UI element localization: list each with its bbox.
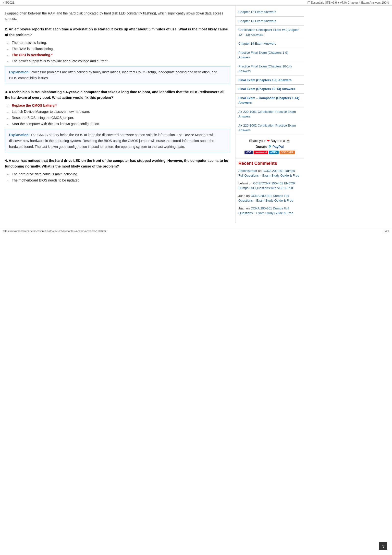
comment-3-connector: on — [246, 194, 251, 198]
sidebar-link-ch13[interactable]: Chapter 13 Exam Answers — [238, 19, 301, 24]
sidebar: Chapter 12 Exam Answers Chapter 13 Exam … — [235, 6, 304, 223]
sidebar-item-aplus-1002[interactable]: A+ 220-1002 Certification Practice Exam … — [235, 121, 304, 135]
sidebar-link-ch14[interactable]: Chapter 14 Exam Answers — [238, 41, 301, 46]
amex-icon: AMEX — [269, 151, 279, 154]
sidebar-item-ch14[interactable]: Chapter 14 Exam Answers — [235, 39, 304, 48]
sidebar-item-fe10-14[interactable]: Final Exam (Chapters 10-14) Answers — [235, 85, 304, 94]
comment-2: belami on CCIE/CCNP 350-401 ENCOR Dumps … — [238, 181, 301, 191]
bullet-icon: ▪ — [7, 172, 10, 177]
paypal-label: PayPal — [272, 145, 284, 149]
sidebar-link-pfe10-14[interactable]: Practice Final Exam (Chapters 10-14) Ans… — [238, 64, 301, 74]
coffee-icon: ☕ — [286, 139, 290, 143]
bullet-icon: ▪ — [7, 41, 10, 45]
sidebar-link-cert5[interactable]: Certification Checkpoint Exam #5 (Chapte… — [238, 27, 301, 37]
comment-3-author: Juan — [238, 194, 245, 198]
bullet-icon: ▪ — [7, 47, 10, 52]
donate-row: Donate P PayPal — [238, 145, 301, 149]
bullet-icon: ▪ — [7, 53, 10, 58]
footer-url: https://itexamanswers.net/it-essentials-… — [3, 230, 106, 232]
question-2-text: 2. An employee reports that each time a … — [5, 26, 230, 38]
buy-label: Buy me a — [271, 139, 285, 143]
mastercard-icon: mastercard — [254, 151, 268, 154]
sidebar-item-ch12[interactable]: Chapter 12 Exam Answers — [235, 8, 304, 17]
answer-3-4: ▪ Start the computer with the last known… — [7, 121, 230, 127]
sidebar-item-fe-composite[interactable]: Final Exam – Composite (Chapters 1-14) A… — [235, 94, 304, 107]
sidebar-link-ch12[interactable]: Chapter 12 Exam Answers — [238, 10, 301, 14]
heart-icon: ❤ — [267, 139, 270, 143]
comment-2-author: belami — [238, 181, 248, 185]
share-label: Share your — [249, 139, 266, 143]
comment-1-author[interactable]: Administrator — [238, 169, 257, 173]
answer-3-3: ▪ Reset the BIOS using the CMOS jumper. — [7, 115, 230, 120]
question-4-block: 4. A user has noticed that the hard driv… — [5, 158, 230, 183]
sidebar-item-cert5[interactable]: Certification Checkpoint Exam #5 (Chapte… — [235, 26, 304, 39]
comment-4: Juan on CCNA 200-301 Dumps Full Question… — [238, 206, 301, 216]
footer-bar: https://itexamanswers.net/it-essentials-… — [0, 228, 392, 234]
explanation-2-box: Explanation: Processor problems are ofte… — [5, 66, 230, 84]
answer-3-1-correct: ▪ Replace the CMOS battery.* — [7, 103, 230, 108]
question-3-text: 3. A technician is troubleshooting a 4-y… — [5, 89, 230, 101]
sidebar-item-pfe1-9[interactable]: Practice Final Exam (Chapters 1-9) Answe… — [235, 48, 304, 62]
bullet-icon: ▪ — [7, 110, 10, 114]
donate-label: Donate — [256, 145, 267, 149]
question-2-answers: ▪ The hard disk is failing. ▪ The RAM is… — [5, 40, 230, 64]
answer-2-2: ▪ The RAM is malfunctioning. — [7, 46, 230, 52]
comment-4-connector: on — [246, 207, 251, 210]
sidebar-link-pfe1-9[interactable]: Practice Final Exam (Chapters 1-9) Answe… — [238, 50, 301, 60]
recent-comments-section: Recent Comments Administrator on CCNA 20… — [235, 158, 304, 221]
comment-3: Juan on CCNA 200-301 Dumps Full Question… — [238, 194, 301, 203]
question-4-text: 4. A user has noticed that the hard driv… — [5, 158, 230, 169]
question-2-block: 2. An employee reports that each time a … — [5, 26, 230, 84]
bullet-icon: ▪ — [7, 179, 10, 183]
bullet-icon: ▪ — [7, 116, 10, 120]
date-label: 4/5/2021 — [3, 1, 14, 4]
answer-4-2: ▪ The motherboard BIOS needs to be updat… — [7, 178, 230, 183]
sidebar-item-pfe10-14[interactable]: Practice Final Exam (Chapters 10-14) Ans… — [235, 62, 304, 76]
comment-2-connector: on — [249, 181, 253, 185]
sidebar-link-aplus-1001[interactable]: A+ 220-1001 Certification Practice Exam … — [238, 109, 301, 119]
answer-2-3-correct: ▪ The CPU is overheating.* — [7, 52, 230, 58]
sidebar-item-fe1-9[interactable]: Final Exam (Chapters 1-9) Answers — [235, 76, 304, 85]
answer-2-1: ▪ The hard disk is failing. — [7, 40, 230, 45]
explanation-3-box: Explanation: The CMOS battery helps the … — [5, 129, 230, 153]
footer-page: 3/21 — [384, 230, 389, 232]
bullet-icon: ▪ — [7, 104, 10, 108]
sidebar-link-fe1-9[interactable]: Final Exam (Chapters 1-9) Answers — [238, 78, 301, 83]
main-content: swapped often between the RAM and the ha… — [0, 6, 235, 223]
question-3-block: 3. A technician is troubleshooting a 4-y… — [5, 89, 230, 153]
discover-icon: DISCOVER — [280, 151, 295, 154]
answer-3-2: ▪ Launch Device Manager to discover new … — [7, 109, 230, 114]
comment-1: Administrator on CCNA 200-301 Dumps Full… — [238, 168, 301, 178]
comment-4-author: Juan — [238, 207, 245, 210]
sidebar-link-fe-composite[interactable]: Final Exam – Composite (Chapters 1-14) A… — [238, 96, 301, 105]
recent-comments-title: Recent Comments — [238, 161, 301, 166]
intro-text: swapped often between the RAM and the ha… — [5, 10, 230, 23]
bullet-icon: ▪ — [7, 122, 10, 127]
top-bar: 4/5/2021 IT Essentials (ITE v6.0 + v7.0)… — [0, 0, 392, 6]
sidebar-item-aplus-1001[interactable]: A+ 220-1001 Certification Practice Exam … — [235, 107, 304, 121]
answer-2-4: ▪ The power supply fails to provide adeq… — [7, 59, 230, 64]
sidebar-link-aplus-1002[interactable]: A+ 220-1002 Certification Practice Exam … — [238, 123, 301, 133]
question-4-answers: ▪ The hard drive data cable is malfuncti… — [5, 172, 230, 183]
visa-icon: VISA — [245, 151, 253, 154]
comment-1-connector: on — [258, 169, 262, 173]
sidebar-link-fe10-14[interactable]: Final Exam (Chapters 10-14) Answers — [238, 87, 301, 91]
bullet-icon: ▪ — [7, 59, 10, 64]
paypal-p-icon: P — [269, 145, 271, 149]
question-3-answers: ▪ Replace the CMOS battery.* ▪ Launch De… — [5, 103, 230, 127]
sidebar-item-ch13[interactable]: Chapter 13 Exam Answers — [235, 17, 304, 26]
page-title: IT Essentials (ITE v6.0 + v7.0) Chapter … — [307, 1, 389, 4]
answer-4-1: ▪ The hard drive data cable is malfuncti… — [7, 172, 230, 177]
share-row: Share your ❤ Buy me a ☕ — [238, 139, 301, 143]
share-donate-section: Share your ❤ Buy me a ☕ Donate P PayPal … — [235, 135, 304, 158]
card-icons: VISA mastercard AMEX DISCOVER — [238, 151, 301, 154]
page-layout: swapped often between the RAM and the ha… — [0, 6, 392, 223]
